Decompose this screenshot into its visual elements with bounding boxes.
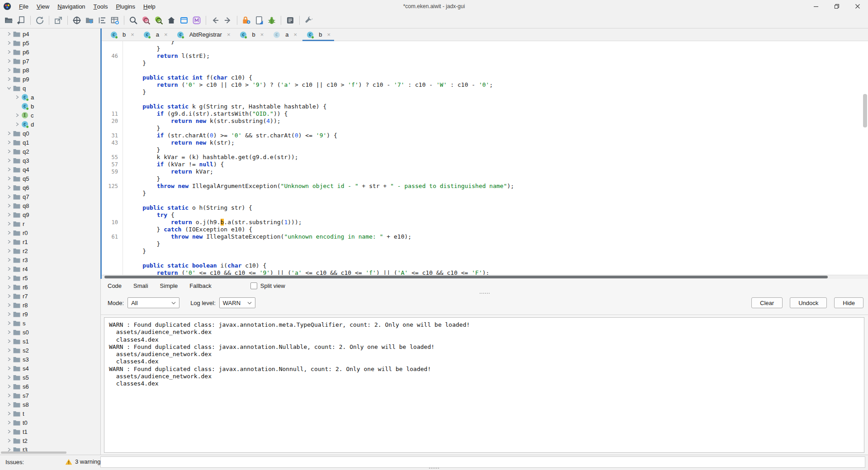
chevron-right-icon[interactable] [5, 292, 13, 300]
chevron-right-icon[interactable] [14, 112, 21, 119]
tree-item-p4[interactable]: p4 [0, 29, 100, 38]
chevron-right-icon[interactable] [5, 130, 13, 137]
view-tab-code[interactable]: Code [108, 282, 122, 289]
chevron-right-icon[interactable] [5, 229, 13, 236]
chevron-right-icon[interactable] [5, 220, 13, 227]
chevron-right-icon[interactable] [5, 374, 13, 381]
tree-item-p5[interactable]: p5 [0, 38, 100, 47]
tree-item-r5[interactable]: r5 [0, 273, 100, 282]
minimize-button[interactable] [806, 0, 826, 13]
tree-item-s5[interactable]: s5 [0, 373, 100, 382]
view-tab-simple[interactable]: Simple [160, 282, 178, 289]
main-activity-icon[interactable] [165, 14, 177, 26]
chevron-right-icon[interactable] [5, 39, 13, 47]
tree-item-s4[interactable]: s4 [0, 364, 100, 373]
tab-b-3[interactable]: cb× [235, 28, 269, 41]
tree-item-t[interactable]: t [0, 409, 100, 418]
menu-help[interactable]: Help [139, 0, 160, 13]
tree-item-q9[interactable]: q9 [0, 210, 100, 219]
chevron-right-icon[interactable] [5, 419, 13, 426]
clear-button[interactable]: Clear [751, 297, 783, 308]
chevron-right-icon[interactable] [5, 166, 13, 173]
tree-item-r1[interactable]: r1 [0, 237, 100, 246]
chevron-right-icon[interactable] [5, 184, 13, 191]
tree-item-q6[interactable]: q6 [0, 183, 100, 192]
tree-item-r3[interactable]: r3 [0, 255, 100, 264]
hide-button[interactable]: Hide [834, 297, 863, 308]
tree-item-t2[interactable]: t2 [0, 436, 100, 445]
chevron-right-icon[interactable] [5, 383, 13, 390]
chevron-right-icon[interactable] [5, 175, 13, 182]
chevron-right-icon[interactable] [5, 410, 13, 417]
preferences-icon[interactable] [303, 14, 315, 26]
chevron-right-icon[interactable] [5, 338, 13, 345]
chevron-right-icon[interactable] [5, 48, 13, 56]
log-viewer-icon[interactable] [284, 14, 296, 26]
dock-splitter-grip[interactable] [480, 293, 490, 294]
chevron-right-icon[interactable] [5, 274, 13, 282]
open-file-icon[interactable] [3, 14, 14, 26]
tab-AbtRegistrar-2[interactable]: cAbtRegistrar× [172, 28, 235, 41]
tree-item-q5[interactable]: q5 [0, 174, 100, 183]
chevron-right-icon[interactable] [5, 202, 13, 209]
add-files-icon[interactable] [15, 14, 27, 26]
tree-item-q0[interactable]: q0 [0, 129, 100, 138]
tab-a-4[interactable]: ca× [268, 28, 302, 41]
frame-icon[interactable] [178, 14, 190, 26]
tree-item-q[interactable]: q [0, 84, 100, 93]
quark-icon[interactable] [253, 14, 265, 26]
tree-item-r0[interactable]: r0 [0, 228, 100, 237]
view-tab-fallback[interactable]: Fallback [189, 282, 211, 289]
reload-icon[interactable] [34, 14, 46, 26]
table-icon[interactable] [109, 14, 121, 26]
tree-item-s[interactable]: s [0, 319, 100, 328]
chevron-right-icon[interactable] [5, 139, 13, 146]
chevron-right-icon[interactable] [5, 320, 13, 327]
chevron-right-icon[interactable] [5, 57, 13, 65]
chevron-down-icon[interactable] [5, 85, 13, 92]
chevron-right-icon[interactable] [5, 265, 13, 273]
deobfuscation-icon[interactable] [241, 14, 252, 26]
bug-icon[interactable] [266, 14, 278, 26]
chevron-right-icon[interactable] [5, 392, 13, 399]
tree-item-r[interactable]: r [0, 219, 100, 228]
tree-item-c[interactable]: Ic [0, 111, 100, 120]
tree-item-q8[interactable]: q8 [0, 201, 100, 210]
chevron-right-icon[interactable] [5, 428, 13, 435]
chevron-right-icon[interactable] [14, 94, 21, 101]
chevron-right-icon[interactable] [5, 211, 13, 218]
close-icon[interactable]: × [131, 32, 134, 38]
structure-icon[interactable] [96, 14, 108, 26]
chevron-right-icon[interactable] [5, 329, 13, 336]
chevron-right-icon[interactable] [5, 256, 13, 263]
chevron-right-icon[interactable] [5, 157, 13, 164]
split-view-toggle[interactable]: Split view [250, 282, 285, 289]
tree-item-s2[interactable]: s2 [0, 346, 100, 355]
tree-item-r6[interactable]: r6 [0, 282, 100, 291]
code-horizontal-scrollbar[interactable] [104, 276, 828, 278]
tree-item-r7[interactable]: r7 [0, 291, 100, 301]
tree-item-s1[interactable]: s1 [0, 337, 100, 346]
tree-item-s6[interactable]: s6 [0, 382, 100, 391]
tab-b-5[interactable]: cb× [302, 28, 335, 41]
close-icon[interactable]: × [294, 32, 297, 38]
chevron-right-icon[interactable] [5, 301, 13, 309]
comment-search-icon[interactable] [153, 14, 165, 26]
close-button[interactable] [847, 0, 868, 13]
undock-button[interactable]: Undock [790, 297, 827, 308]
chevron-right-icon[interactable] [5, 283, 13, 291]
chevron-right-icon[interactable] [5, 347, 13, 354]
log-level-select[interactable]: WARN [219, 297, 255, 308]
close-icon[interactable]: × [164, 32, 168, 38]
menu-file[interactable]: File [15, 0, 33, 13]
tree-item-p7[interactable]: p7 [0, 56, 100, 66]
close-icon[interactable]: × [260, 32, 264, 38]
tree-item-s0[interactable]: s0 [0, 328, 100, 337]
maximize-button[interactable] [826, 0, 847, 13]
view-tab-smali[interactable]: Smali [133, 282, 148, 289]
tree-item-t1[interactable]: t1 [0, 427, 100, 436]
chevron-right-icon[interactable] [5, 356, 13, 363]
forward-icon[interactable] [222, 14, 234, 26]
tree-item-p6[interactable]: p6 [0, 47, 100, 56]
close-icon[interactable]: × [227, 32, 231, 38]
